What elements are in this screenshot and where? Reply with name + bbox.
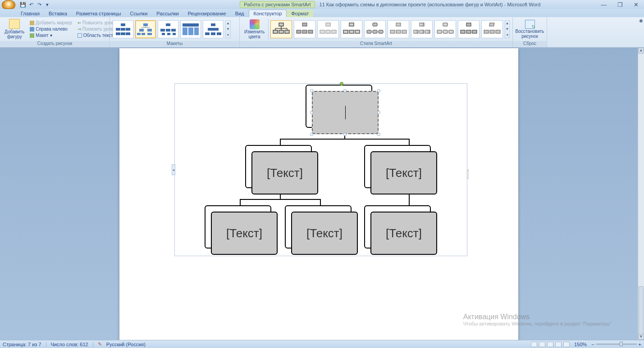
selection-handle[interactable] [377, 89, 380, 92]
selection-handle[interactable] [310, 111, 313, 114]
svg-rect-5 [121, 32, 125, 35]
style-scroll-down-icon[interactable]: ▼ [505, 27, 509, 31]
status-word-count[interactable]: Число слов: 612 [51, 342, 88, 347]
selection-handle[interactable] [310, 133, 313, 136]
zoom-slider-thumb[interactable] [620, 342, 623, 346]
smartart-node-l2-left[interactable]: [Текст] [245, 145, 317, 194]
tab-home[interactable]: Главная [16, 10, 44, 17]
status-language[interactable]: Русский (Россия) [106, 342, 146, 347]
layout-thumb-2[interactable] [135, 20, 156, 38]
smartart-node-root[interactable] [306, 85, 378, 133]
frame-handle-right[interactable] [467, 170, 469, 179]
layout-button[interactable]: Макет ▾ [28, 32, 74, 38]
smartart-node-l2-right[interactable]: [Текст] [364, 145, 436, 194]
vertical-scrollbar[interactable]: ▲ ▼ [638, 48, 644, 340]
group-layouts-label: Макеты [110, 41, 239, 47]
selection-handle[interactable] [377, 133, 380, 136]
scroll-up-icon[interactable]: ▲ [638, 48, 644, 54]
selection-handle[interactable] [343, 89, 347, 92]
right-to-left-button[interactable]: Справа налево [28, 26, 74, 32]
proofing-icon[interactable]: ✎ [98, 341, 102, 347]
qat-more-icon[interactable]: ▾ [44, 1, 50, 8]
text-pane-toggle[interactable]: ◂ [172, 164, 175, 175]
style-thumb-10[interactable] [481, 20, 503, 38]
minimize-icon[interactable]: — [601, 1, 607, 8]
close-icon[interactable]: ✕ [634, 1, 639, 8]
layout-thumb-4[interactable] [180, 20, 201, 38]
office-button[interactable] [2, 0, 15, 9]
scroll-down-icon[interactable]: ▼ [638, 334, 644, 340]
tab-review[interactable]: Рецензирование [183, 10, 231, 17]
style-thumb-4[interactable] [341, 20, 362, 38]
redo-icon[interactable]: ↷ [36, 1, 42, 8]
svg-rect-27 [208, 28, 219, 31]
view-outline-icon[interactable] [555, 342, 562, 347]
style-more-icon[interactable]: ▾ [505, 33, 509, 37]
svg-rect-22 [183, 23, 199, 27]
svg-rect-73 [484, 30, 489, 33]
layout-scroll-down-icon[interactable]: ▼ [226, 27, 230, 31]
svg-rect-7 [143, 23, 148, 26]
smartart-frame[interactable]: ◂ [174, 83, 467, 256]
style-thumb-5[interactable] [364, 20, 386, 38]
view-print-layout-icon[interactable] [531, 342, 537, 347]
svg-rect-6 [126, 32, 130, 35]
add-bullet-button[interactable]: Добавить маркер [28, 20, 74, 26]
svg-rect-28 [205, 32, 210, 35]
rotate-handle[interactable] [340, 82, 343, 86]
svg-rect-53 [367, 30, 371, 33]
tab-design[interactable]: Конструктор [249, 9, 287, 17]
tab-insert[interactable]: Вставка [44, 10, 72, 17]
tab-references[interactable]: Ссылки [126, 10, 152, 17]
document-title: 11 Как оформить схемы в дипломном проект… [320, 2, 541, 7]
selection-handle[interactable] [377, 111, 380, 114]
ribbon-help-icon[interactable]: ◉ [638, 17, 644, 47]
tab-page-layout[interactable]: Разметка страницы [72, 10, 126, 17]
svg-rect-63 [425, 30, 430, 33]
smartart-node-l3-a[interactable]: [Текст] [205, 205, 277, 254]
maximize-icon[interactable]: ❐ [617, 1, 623, 8]
layout-thumb-3[interactable] [158, 20, 178, 38]
reset-graphic-button[interactable]: ↻ Восстановить рисунок [513, 19, 546, 40]
save-icon[interactable]: 💾 [20, 1, 26, 8]
style-thumb-1[interactable] [270, 20, 292, 38]
layout-scroll-up-icon[interactable]: ▲ [226, 21, 230, 25]
view-draft-icon[interactable] [563, 342, 570, 347]
document-page[interactable]: ◂ [119, 48, 518, 340]
smartart-node-l3-b[interactable]: [Текст] [285, 205, 357, 254]
tab-view[interactable]: Вид [231, 10, 249, 17]
change-colors-button[interactable]: Изменить цвета [242, 18, 269, 40]
svg-rect-17 [166, 29, 170, 32]
style-thumb-8[interactable] [434, 20, 456, 38]
zoom-slider[interactable] [596, 343, 637, 345]
tab-format[interactable]: Формат [287, 10, 313, 17]
svg-rect-47 [332, 30, 336, 33]
style-thumb-7[interactable] [411, 20, 433, 38]
smartart-node-l3-c[interactable]: [Текст] [364, 205, 436, 254]
layout-more-icon[interactable]: ▾ [226, 33, 230, 37]
style-thumb-6[interactable] [388, 20, 409, 38]
contextual-tab-title: Работа с рисунками SmartArt [240, 1, 315, 8]
svg-rect-69 [461, 30, 465, 33]
selection-handle[interactable] [343, 133, 347, 136]
tab-mailings[interactable]: Рассылки [152, 10, 183, 17]
style-thumb-9[interactable] [458, 20, 480, 38]
separator [93, 342, 93, 347]
add-shape-button[interactable]: Добавить фигуру [3, 18, 26, 40]
status-page[interactable]: Страница: 7 из 7 [3, 342, 41, 347]
zoom-level[interactable]: 150% [574, 342, 587, 347]
svg-rect-29 [211, 32, 215, 35]
style-thumb-3[interactable] [317, 20, 339, 38]
zoom-out-icon[interactable]: − [591, 342, 594, 347]
layout-thumb-1[interactable] [113, 20, 133, 38]
layout-thumb-5[interactable] [203, 20, 224, 38]
style-thumb-2[interactable] [294, 20, 315, 38]
view-full-screen-icon[interactable] [539, 342, 545, 347]
undo-icon[interactable]: ↶ [28, 1, 34, 8]
svg-rect-57 [390, 30, 395, 33]
promote-icon: ⇐ [78, 20, 81, 25]
zoom-in-icon[interactable]: + [639, 342, 641, 347]
view-web-layout-icon[interactable] [547, 342, 553, 347]
selection-handle[interactable] [310, 89, 313, 92]
style-scroll-up-icon[interactable]: ▲ [505, 21, 509, 25]
